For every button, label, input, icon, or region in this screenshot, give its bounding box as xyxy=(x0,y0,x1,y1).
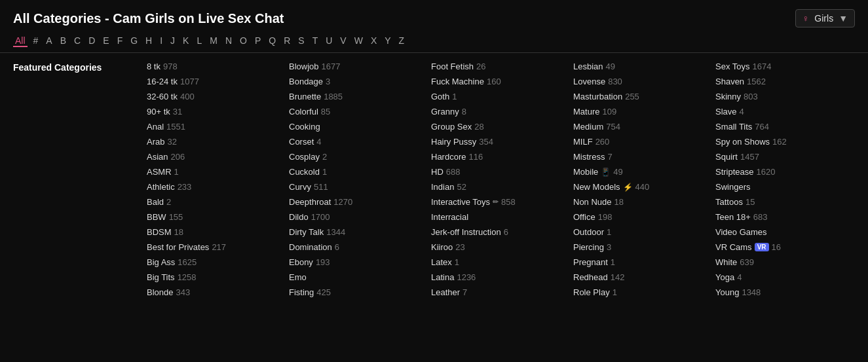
category-item[interactable]: Cooking xyxy=(286,120,428,134)
category-item[interactable]: BBW155 xyxy=(144,210,286,224)
alpha-#[interactable]: # xyxy=(31,34,41,47)
category-item[interactable]: Anal1551 xyxy=(144,120,286,134)
category-item[interactable]: Brunette1885 xyxy=(286,90,428,103)
category-item[interactable]: Hairy Pussy354 xyxy=(428,135,571,149)
alpha-t[interactable]: T xyxy=(311,34,320,47)
category-item[interactable]: Role Play1 xyxy=(571,285,713,299)
category-item[interactable]: Emo xyxy=(286,270,428,284)
category-item[interactable]: Asian206 xyxy=(144,150,286,164)
category-item[interactable]: Bald2 xyxy=(144,195,286,209)
alpha-b[interactable]: B xyxy=(58,34,68,47)
category-item[interactable]: Office198 xyxy=(571,210,713,224)
category-item[interactable]: White639 xyxy=(713,255,855,269)
category-item[interactable]: Arab32 xyxy=(144,135,286,149)
category-item[interactable]: VR CamsVR16 xyxy=(713,240,855,254)
alpha-p[interactable]: P xyxy=(253,34,263,47)
category-item[interactable]: MILF260 xyxy=(571,135,713,149)
category-item[interactable]: Dirty Talk1344 xyxy=(286,225,428,239)
category-item[interactable]: Group Sex28 xyxy=(428,120,571,134)
category-item[interactable]: Mobile📱49 xyxy=(571,165,713,179)
category-item[interactable]: Redhead142 xyxy=(571,270,713,284)
category-item[interactable]: Best for Privates217 xyxy=(144,240,286,254)
alpha-o[interactable]: O xyxy=(238,34,249,47)
category-item[interactable]: Lesbian49 xyxy=(571,60,713,73)
category-item[interactable]: Foot Fetish26 xyxy=(428,60,571,73)
alpha-k[interactable]: K xyxy=(181,34,191,47)
alpha-h[interactable]: H xyxy=(143,34,154,47)
alpha-u[interactable]: U xyxy=(324,34,334,47)
category-item[interactable]: Young1348 xyxy=(713,285,855,299)
category-item[interactable]: Swingers xyxy=(713,180,855,194)
alpha-y[interactable]: Y xyxy=(383,34,392,47)
category-item[interactable]: Curvy511 xyxy=(286,180,428,194)
category-item[interactable]: Squirt1457 xyxy=(713,150,855,164)
alpha-d[interactable]: D xyxy=(86,34,97,47)
category-item[interactable]: Small Tits764 xyxy=(713,120,855,134)
category-item[interactable]: Medium754 xyxy=(571,120,713,134)
category-item[interactable]: Masturbation255 xyxy=(571,90,713,103)
alpha-l[interactable]: L xyxy=(195,34,204,47)
category-item[interactable]: Blowjob1677 xyxy=(286,60,428,73)
category-item[interactable]: Cosplay2 xyxy=(286,150,428,164)
category-item[interactable]: Kiiroo23 xyxy=(428,240,571,254)
alpha-n[interactable]: N xyxy=(223,34,234,47)
category-item[interactable]: BDSM18 xyxy=(144,225,286,239)
category-item[interactable]: Dildo1700 xyxy=(286,210,428,224)
alpha-c[interactable]: C xyxy=(72,34,83,47)
category-item[interactable]: 90+ tk31 xyxy=(144,105,286,118)
category-item[interactable]: 32-60 tk400 xyxy=(144,90,286,103)
category-item[interactable]: Yoga4 xyxy=(713,270,855,284)
category-item[interactable]: Sex Toys1674 xyxy=(713,60,855,73)
category-item[interactable]: Goth1 xyxy=(428,90,571,103)
category-item[interactable]: Mature109 xyxy=(571,105,713,118)
category-item[interactable]: Big Tits1258 xyxy=(144,270,286,284)
category-item[interactable]: Interactive Toys✏858 xyxy=(428,195,571,209)
category-item[interactable]: Interracial xyxy=(428,210,571,224)
category-item[interactable]: Fisting425 xyxy=(286,285,428,299)
category-item[interactable]: Lovense830 xyxy=(571,75,713,88)
category-item[interactable]: Leather7 xyxy=(428,285,571,299)
category-item[interactable]: Latina1236 xyxy=(428,270,571,284)
alpha-z[interactable]: Z xyxy=(397,34,407,47)
category-item[interactable]: Skinny803 xyxy=(713,90,855,103)
category-item[interactable]: Bondage3 xyxy=(286,75,428,88)
alpha-a[interactable]: A xyxy=(44,34,54,47)
alpha-i[interactable]: I xyxy=(158,34,164,47)
category-item[interactable]: Athletic233 xyxy=(144,180,286,194)
category-item[interactable]: Jerk-off Instruction6 xyxy=(428,225,571,239)
category-item[interactable]: Spy on Shows162 xyxy=(713,135,855,149)
category-item[interactable]: Granny8 xyxy=(428,105,571,118)
category-item[interactable]: HD688 xyxy=(428,165,571,179)
alpha-m[interactable]: M xyxy=(208,34,219,47)
alpha-x[interactable]: X xyxy=(369,34,379,47)
category-item[interactable]: Non Nude18 xyxy=(571,195,713,209)
category-item[interactable]: 8 tk978 xyxy=(144,60,286,73)
category-item[interactable]: Mistress7 xyxy=(571,150,713,164)
category-item[interactable]: ASMR1 xyxy=(144,165,286,179)
alpha-v[interactable]: V xyxy=(338,34,348,47)
category-item[interactable]: Tattoos15 xyxy=(713,195,855,209)
category-item[interactable]: Teen 18+683 xyxy=(713,210,855,224)
category-item[interactable]: Corset4 xyxy=(286,135,428,149)
alpha-all[interactable]: All xyxy=(13,34,28,47)
alpha-s[interactable]: S xyxy=(296,34,306,47)
category-item[interactable]: Hardcore116 xyxy=(428,150,571,164)
category-item[interactable]: Striptease1620 xyxy=(713,165,855,179)
category-item[interactable]: Big Ass1625 xyxy=(144,255,286,269)
category-item[interactable]: Slave4 xyxy=(713,105,855,118)
alpha-e[interactable]: E xyxy=(101,34,111,47)
category-item[interactable]: Deepthroat1270 xyxy=(286,195,428,209)
category-item[interactable]: Latex1 xyxy=(428,255,571,269)
alpha-w[interactable]: W xyxy=(352,34,365,47)
gender-selector[interactable]: ♀ Girls ▼ xyxy=(795,9,855,27)
alpha-j[interactable]: J xyxy=(168,34,177,47)
alpha-g[interactable]: G xyxy=(128,34,140,47)
category-item[interactable]: Cuckold1 xyxy=(286,165,428,179)
category-item[interactable]: Pregnant1 xyxy=(571,255,713,269)
category-item[interactable]: Ebony193 xyxy=(286,255,428,269)
category-item[interactable]: Indian52 xyxy=(428,180,571,194)
category-item[interactable]: New Models⚡440 xyxy=(571,180,713,194)
alpha-q[interactable]: Q xyxy=(267,34,278,47)
category-item[interactable]: Outdoor1 xyxy=(571,225,713,239)
category-item[interactable]: Piercing3 xyxy=(571,240,713,254)
